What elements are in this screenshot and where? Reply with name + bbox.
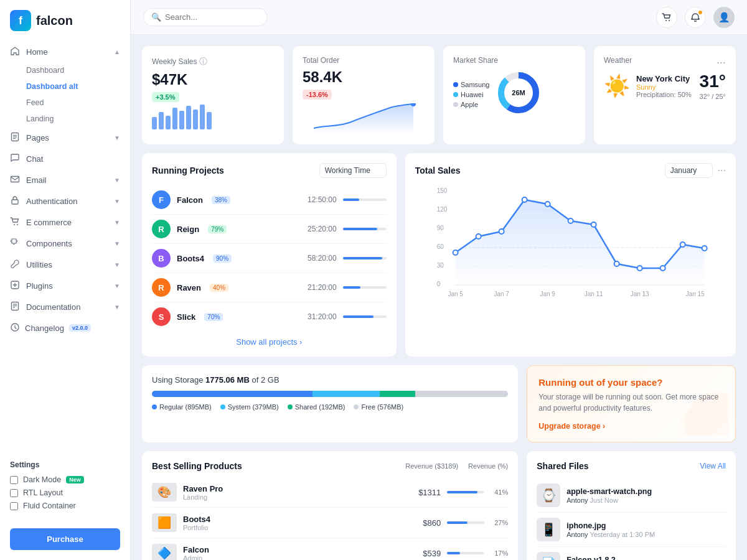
bar-1 <box>152 117 157 129</box>
chevron-icon: ▼ <box>114 304 120 310</box>
sidebar-subitem-landing[interactable]: Landing <box>0 111 130 127</box>
svg-text:26M: 26M <box>512 89 525 96</box>
dark-mode-checkbox[interactable] <box>10 476 18 484</box>
sidebar-item-pages[interactable]: Pages ▼ <box>0 127 130 148</box>
file-name: Falcon v1.8.2 <box>566 556 644 561</box>
sidebar-item-pages-label: Pages <box>26 133 49 142</box>
bar-5 <box>179 111 184 129</box>
sidebar-subitem-dashboard-alt[interactable]: Dashboard alt <box>0 78 130 95</box>
storage-row: Using Storage 1775.06 MB of 2 GB Regular… <box>142 365 736 442</box>
product-info: Boots4 Portfolio <box>183 515 210 531</box>
product-pct: 27% <box>491 519 508 526</box>
sidebar-item-email[interactable]: Email ▼ <box>0 169 130 190</box>
search-box[interactable]: 🔍 <box>143 8 268 26</box>
topbar: 🔍 👤 <box>131 0 747 35</box>
project-time: 25:20:00 <box>293 225 337 233</box>
search-input[interactable] <box>165 12 252 22</box>
project-progress <box>343 286 387 289</box>
svg-rect-4 <box>11 177 19 182</box>
storage-legend: Regular (895MB) System (379MB) Shared (1… <box>152 403 508 411</box>
rtl-option[interactable]: RTL Layout <box>10 488 120 497</box>
sidebar-item-plugins[interactable]: Plugins ▼ <box>0 275 130 296</box>
upgrade-link[interactable]: Upgrade storage › <box>538 422 605 431</box>
sidebar-item-utilities[interactable]: Utilities ▼ <box>0 254 130 275</box>
fluid-label: Fluid Container <box>23 502 76 510</box>
product-revenue: $860 <box>403 518 441 528</box>
project-progress <box>343 228 387 230</box>
sidebar-item-email-label: Email <box>26 175 47 185</box>
product-info: Falcon Admin <box>183 545 209 561</box>
projects-filter[interactable]: Working Time <box>319 163 387 178</box>
upgrade-card: Running out of your space? Your storage … <box>527 365 736 442</box>
weather-precip: Precipitation: 50% <box>636 91 692 98</box>
chevron-icon: ▼ <box>114 219 120 226</box>
product-revenue: $1311 <box>403 488 441 497</box>
chat-icon <box>10 153 21 164</box>
svg-rect-5 <box>12 200 18 204</box>
sidebar-item-auth-label: Authentication <box>26 197 77 206</box>
project-pct: 40% <box>210 284 228 292</box>
svg-point-40 <box>614 261 619 266</box>
storage-shared <box>380 391 415 397</box>
product-sub: Landing <box>183 493 223 501</box>
sidebar-item-util-label: Utilities <box>26 260 52 269</box>
svg-text:Jan 5: Jan 5 <box>448 291 463 297</box>
view-all-link[interactable]: View All <box>700 462 726 470</box>
project-avatar: R <box>152 220 171 238</box>
project-avatar: F <box>152 190 171 209</box>
product-revenue: $539 <box>403 549 441 558</box>
sidebar-item-components[interactable]: Components ▼ <box>0 233 130 254</box>
sidebar-item-changelog[interactable]: Changelog v2.0.0 <box>0 317 130 338</box>
svg-point-42 <box>660 266 665 271</box>
notification-dot <box>698 10 703 15</box>
sales-filter[interactable]: January <box>665 163 713 178</box>
notification-icon-btn[interactable] <box>685 7 706 28</box>
storage-bar <box>152 391 508 397</box>
weekly-sales-badge: +3.5% <box>152 92 179 102</box>
dot-free <box>354 404 359 409</box>
weather-icon: ☀️ <box>604 73 630 98</box>
total-sales-more[interactable]: ··· <box>718 165 726 176</box>
cart-icon-btn[interactable] <box>656 7 677 28</box>
project-progress <box>343 198 387 201</box>
svg-point-34 <box>476 234 481 239</box>
stat-cards-row: Weekly Sales ⓘ $47K +3.5% Total Order <box>142 46 736 144</box>
lock-icon <box>10 195 21 207</box>
sidebar-item-docs[interactable]: Documentation ▼ <box>0 296 130 317</box>
search-icon: 🔍 <box>151 12 161 22</box>
project-name: Falcon <box>177 195 203 205</box>
sidebar-item-ecommerce[interactable]: E commerce ▼ <box>0 212 130 233</box>
storage-free <box>415 391 508 397</box>
email-icon <box>10 174 21 185</box>
weather-more-btn[interactable]: ··· <box>716 56 726 69</box>
sidebar-item-chat[interactable]: Chat <box>0 148 130 169</box>
logo[interactable]: f falcon <box>0 0 130 39</box>
project-avatar: R <box>152 278 171 297</box>
fluid-checkbox[interactable] <box>10 502 18 510</box>
cart-icon <box>10 217 21 228</box>
purchase-button[interactable]: Purchase <box>10 528 120 550</box>
sidebar-item-home[interactable]: Home ▲ <box>0 41 130 62</box>
fluid-option[interactable]: Fluid Container <box>10 502 120 510</box>
sidebar-subitem-dashboard[interactable]: Dashboard <box>0 62 130 78</box>
product-sub: Portfolio <box>183 524 210 531</box>
total-sales-title: Total Sales <box>415 166 461 175</box>
bar-8 <box>200 105 205 129</box>
show-all-projects-link[interactable]: Show all projects › <box>152 337 387 347</box>
sidebar-item-authentication[interactable]: Authentication ▼ <box>0 190 130 212</box>
shared-files-header: Shared Files View All <box>537 461 726 471</box>
product-bar <box>447 552 484 554</box>
svg-text:120: 120 <box>436 206 447 213</box>
weather-row: ☀️ New York City Sunny Precipitation: 50… <box>604 72 726 100</box>
settings-title: Settings <box>10 460 120 469</box>
user-avatar[interactable]: 👤 <box>713 7 735 28</box>
svg-point-14 <box>665 20 667 21</box>
file-thumb: 📄 <box>537 552 560 560</box>
product-pct: 41% <box>491 488 508 496</box>
bar-3 <box>166 116 171 129</box>
dark-mode-option[interactable]: Dark Mode New <box>10 475 120 484</box>
sidebar-item-plugin-label: Plugins <box>26 281 53 291</box>
sidebar-subitem-feed[interactable]: Feed <box>0 95 130 111</box>
weather-temp: 31° <box>700 72 726 91</box>
rtl-checkbox[interactable] <box>10 489 18 497</box>
